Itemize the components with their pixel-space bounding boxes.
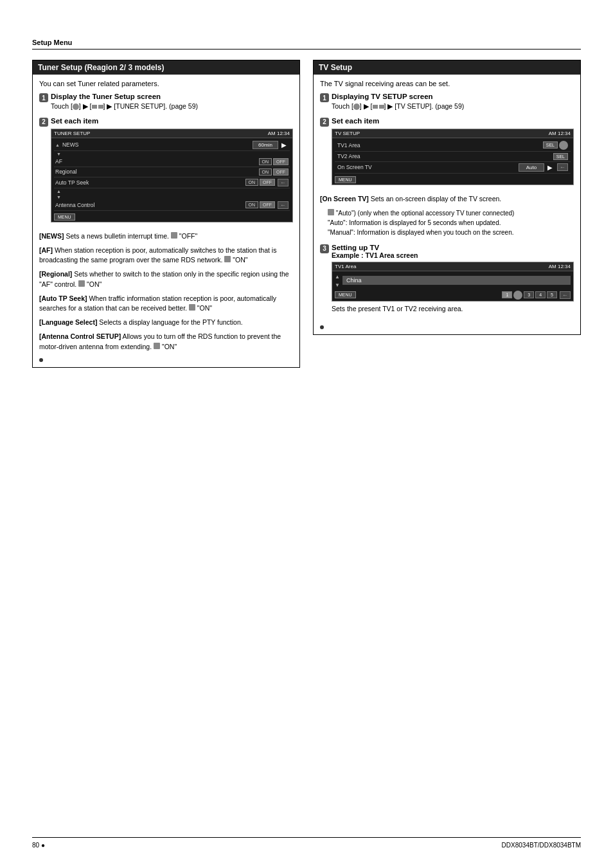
on-screen-sub1-text: "Auto") (only when the optional accessor…: [336, 210, 515, 217]
antenna-edit-icon: [154, 343, 160, 349]
news-value: 60min: [253, 141, 278, 149]
auto-tp-on-btn[interactable]: ON: [245, 179, 259, 186]
tv-setup-icon: [373, 105, 384, 109]
model-label: DDX8034BT/DDX8034BTM: [502, 842, 581, 849]
tv-step3-desc: Sets the present TV1 or TV2 receiving ar…: [332, 304, 574, 314]
tv-screen-topbar: TV SETUP AM 12:34: [332, 129, 573, 138]
return-btn-1[interactable]: ←: [278, 179, 289, 186]
tv-menu-btn[interactable]: MENU: [335, 176, 356, 183]
tv-step1-title: Displaying TV SETUP screen: [332, 93, 574, 100]
tv1-return-btn[interactable]: ←: [560, 291, 571, 299]
af-desc: [AF] When station reception is poor, aut…: [39, 246, 293, 266]
down-arrow-left: ▼: [57, 152, 61, 156]
antenna-on-btn[interactable]: ON: [245, 201, 259, 208]
auto-tp-controls: ON OFF ←: [245, 179, 289, 186]
tv-step3-title: Setting up TV: [332, 244, 574, 251]
tv1-number-bar: 1 3 4 5 ←: [502, 291, 571, 300]
step1-content: Display the Tuner Setup screen Touch [] …: [51, 93, 293, 112]
tv2-controls: SEL: [553, 153, 568, 160]
regional-controls: ON OFF: [259, 168, 289, 176]
tv1-num-3[interactable]: 3: [524, 291, 534, 298]
af-on-btn[interactable]: ON: [259, 158, 272, 165]
tv2-area-label: TV2 Area: [337, 153, 553, 159]
af-default: "ON": [233, 256, 247, 264]
arrow-icon1: ▶: [83, 102, 88, 110]
tv1-down-arrow: ▼: [335, 282, 340, 288]
regional-off-btn[interactable]: OFF: [273, 168, 289, 176]
page-footer: 80 ● DDX8034BT/DDX8034BTM: [32, 837, 581, 849]
tv-step1-number: 1: [320, 93, 329, 102]
tuner-setup-title: Tuner Setup (Reagion 2/ 3 models): [33, 60, 299, 75]
tv1-menu-btn[interactable]: MENU: [335, 291, 356, 298]
down-arrow-row: ▼: [54, 151, 290, 157]
screen-time: AM 12:34: [268, 131, 290, 136]
language-keyword: [Language Select]: [39, 318, 97, 326]
tv1-screen-title: TV1 Area: [335, 264, 356, 269]
tv-screen-title: TV SETUP: [335, 131, 360, 136]
step1-number: 1: [39, 93, 48, 102]
news-arrow[interactable]: ▶: [280, 141, 289, 149]
screen-title: TUNER SETUP: [54, 131, 90, 136]
regional-default: "ON": [87, 280, 102, 288]
news-label: NEWS: [62, 141, 253, 148]
tuner-setup-box: Tuner Setup (Reagion 2/ 3 models) You ca…: [32, 60, 300, 368]
tv-return-btn[interactable]: ←: [557, 163, 568, 171]
antenna-label: Antenna Control: [55, 202, 245, 208]
down-arrow-row2: ▼: [54, 194, 290, 200]
tv1-area-screen: TV1 Area AM 12:34 ▲ ▼: [332, 262, 574, 302]
antenna-controls: ON OFF ←: [245, 201, 289, 209]
tv1-area-row: TV1 Area SEL: [335, 140, 571, 152]
tv1-bottom: MENU 1 3 4 5 ←: [332, 289, 573, 301]
right-bullet: [320, 325, 324, 329]
two-column-layout: Tuner Setup (Reagion 2/ 3 models) You ca…: [32, 60, 581, 375]
on-screen-tv-label: On Screen TV: [337, 164, 519, 170]
tv-arrow-icon1: ▶: [364, 102, 369, 110]
af-keyword: [AF]: [39, 246, 53, 254]
auto-tp-off-btn[interactable]: OFF: [260, 179, 275, 186]
auto-edit-icon: [328, 209, 334, 215]
on-screen-tv-row: On Screen TV Auto ▶ ←: [335, 162, 571, 174]
tv1-china-item[interactable]: China: [342, 276, 571, 285]
tv1-num-5[interactable]: 5: [547, 291, 557, 298]
af-label: AF: [55, 158, 259, 165]
on-screen-sub3-text: "Manual": Information is displayed when …: [328, 229, 514, 236]
af-row: AF ON OFF: [54, 157, 290, 167]
auto-tp-edit-icon: [189, 304, 195, 311]
tv1-num-4[interactable]: 4: [535, 291, 546, 298]
regional-label: Regional: [55, 168, 259, 175]
antenna-default: "ON": [162, 343, 177, 350]
tv-step1: 1 Displaying TV SETUP screen Touch [] ▶ …: [320, 93, 574, 112]
on-screen-arrow[interactable]: ▶: [546, 164, 555, 171]
tv1-topbar: TV1 Area AM 12:34: [332, 262, 573, 271]
on-screen-tv-sub3: "Manual": Information is displayed when …: [328, 228, 574, 237]
antenna-keyword: [Antenna Control SETUP]: [39, 332, 121, 340]
tv1-area-label: TV1 Area: [337, 142, 543, 149]
regional-row: Regional ON OFF: [54, 167, 290, 177]
tv1-num-1[interactable]: 1: [502, 291, 512, 298]
auto-tp-default: "ON": [197, 304, 212, 312]
step2-number: 2: [39, 118, 48, 127]
tv1-body: ▲ ▼ China: [332, 271, 573, 289]
af-controls: ON OFF: [259, 158, 289, 165]
news-edit-icon: [171, 232, 177, 239]
af-off-btn[interactable]: OFF: [273, 158, 289, 165]
tv-step1-instruction: Touch [] ▶ [] ▶ [TV SETUP]. (page 59): [332, 102, 574, 112]
tv1-finger-icon2: [513, 291, 522, 300]
tv2-sel-btn[interactable]: SEL: [553, 153, 568, 160]
tv-step2-title: Set each item: [332, 117, 574, 125]
return-btn-2[interactable]: ←: [278, 201, 289, 209]
regional-desc: [Regional] Sets whether to switch to the…: [39, 269, 293, 290]
language-desc-text: Selects a display language for the PTY f…: [99, 318, 242, 326]
auto-tp-keyword: [Auto TP Seek]: [39, 294, 87, 302]
menu-btn[interactable]: MENU: [54, 213, 75, 221]
antenna-off-btn[interactable]: OFF: [260, 201, 275, 208]
tv-step3: 3 Setting up TV Example : TV1 Area scree…: [320, 244, 574, 318]
news-desc-text: Sets a news bulletin interrupt time.: [66, 232, 170, 240]
step1-instruction: Touch [] ▶ [] ▶ [TUNER SETUP]. (page 59): [51, 102, 293, 112]
page-num-text: 80: [32, 842, 39, 849]
menu-icon: [73, 104, 79, 110]
on-screen-sub2-text: "Auto": Information is displayed for 5 s…: [328, 219, 501, 226]
regional-on-btn[interactable]: ON: [259, 168, 272, 176]
tv1-sel-btn[interactable]: SEL: [543, 141, 558, 149]
up-arrow-left: ▲: [55, 143, 60, 147]
